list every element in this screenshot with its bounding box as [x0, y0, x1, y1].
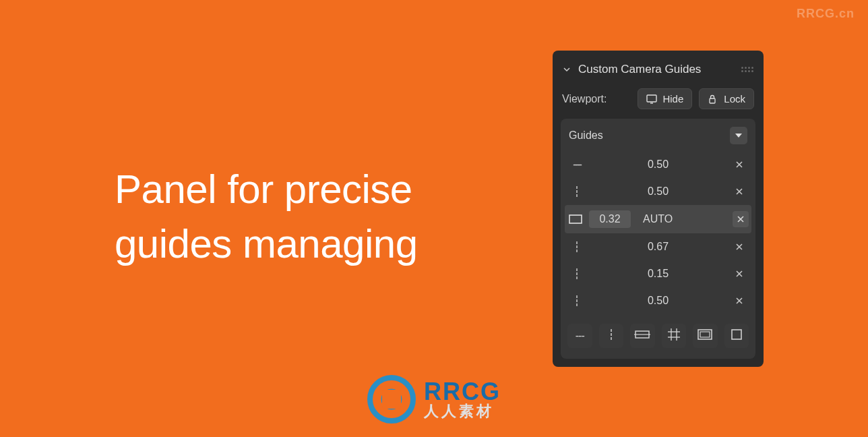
lock-button[interactable]: Lock	[699, 88, 754, 109]
drag-handle-icon[interactable]	[741, 66, 754, 73]
guides-header: Guides	[567, 125, 749, 151]
frame-icon	[634, 329, 650, 343]
delete-guide-button[interactable]	[731, 183, 747, 200]
add-frame-guide-button[interactable]	[630, 324, 655, 348]
bottom-toolbar: ---	[567, 314, 749, 349]
guide-value-input[interactable]: 0.32	[589, 210, 631, 228]
viewport-label: Viewport:	[562, 93, 607, 105]
svg-rect-0	[647, 95, 656, 102]
logo-icon	[367, 375, 416, 424]
delete-guide-button[interactable]	[733, 211, 749, 227]
custom-camera-guides-panel: Custom Camera Guides Viewport: Hide Lock…	[553, 51, 764, 367]
guide-row[interactable]: 0.15	[567, 260, 749, 287]
svg-rect-6	[569, 215, 582, 223]
logo-text-top: RRCG	[424, 380, 501, 404]
add-square-guide-button[interactable]	[724, 324, 749, 348]
guide-value[interactable]: 0.50	[590, 185, 726, 198]
headline-line-1: Panel for precise	[115, 167, 412, 212]
triangle-down-icon	[735, 129, 743, 142]
add-horizontal-guide-button[interactable]: ---	[567, 324, 592, 348]
guide-row[interactable]: --- 0.50	[567, 151, 749, 178]
guide-row-selected[interactable]: 0.32 AUTO	[565, 205, 751, 233]
monitor-icon	[646, 94, 657, 104]
logo-block: RRCG 人人素材	[367, 375, 501, 424]
lock-label: Lock	[724, 93, 745, 105]
guide-row[interactable]: 0.67	[567, 233, 749, 260]
headline-text: Panel for precise guides managing	[115, 162, 418, 271]
add-grid-guide-button[interactable]	[662, 324, 687, 348]
hide-label: Hide	[662, 93, 683, 105]
guide-value[interactable]: 0.50	[590, 295, 726, 307]
delete-guide-button[interactable]	[731, 293, 747, 309]
svg-rect-2	[710, 98, 715, 103]
vertical-guide-icon	[569, 294, 585, 308]
logo-text: RRCG 人人素材	[424, 380, 501, 419]
guide-row[interactable]: 0.50	[567, 178, 749, 205]
rect-guide-icon	[567, 212, 584, 226]
guide-auto-label[interactable]: AUTO	[636, 213, 679, 225]
delete-guide-button[interactable]	[731, 266, 747, 282]
guide-value[interactable]: 0.67	[590, 241, 726, 253]
viewport-row: Viewport: Hide Lock	[561, 86, 755, 119]
rect-icon	[697, 328, 713, 343]
panel-title: Custom Camera Guides	[578, 63, 701, 76]
delete-guide-button[interactable]	[731, 239, 747, 255]
add-rect-guide-button[interactable]	[693, 324, 718, 348]
chevron-down-icon	[562, 65, 571, 74]
add-vertical-guide-button[interactable]	[599, 324, 624, 348]
guides-container: Guides --- 0.50 0.50	[561, 119, 755, 359]
horizontal-dash-icon: ---	[576, 330, 584, 342]
guides-dropdown-button[interactable]	[730, 127, 747, 144]
grid-icon	[667, 328, 681, 344]
lock-icon	[708, 94, 718, 104]
guide-value[interactable]: 0.15	[590, 268, 726, 280]
headline-line-2: guides managing	[115, 221, 418, 266]
guides-title: Guides	[569, 129, 603, 142]
guide-row[interactable]: 0.50	[567, 287, 749, 314]
vertical-guide-icon	[569, 240, 585, 254]
vertical-guide-icon	[569, 267, 585, 281]
watermark-top-right: RRCG.cn	[797, 7, 855, 21]
panel-header[interactable]: Custom Camera Guides	[561, 59, 755, 86]
logo-text-bottom: 人人素材	[424, 404, 501, 419]
delete-guide-button[interactable]	[731, 156, 747, 173]
square-icon	[731, 328, 743, 343]
guide-value[interactable]: 0.50	[590, 158, 726, 171]
svg-rect-27	[732, 330, 741, 339]
svg-rect-26	[700, 332, 710, 337]
hide-button[interactable]: Hide	[638, 88, 692, 109]
horizontal-guide-icon: ---	[569, 158, 585, 171]
vertical-guide-icon	[569, 185, 585, 198]
vertical-dash-icon	[609, 328, 613, 343]
